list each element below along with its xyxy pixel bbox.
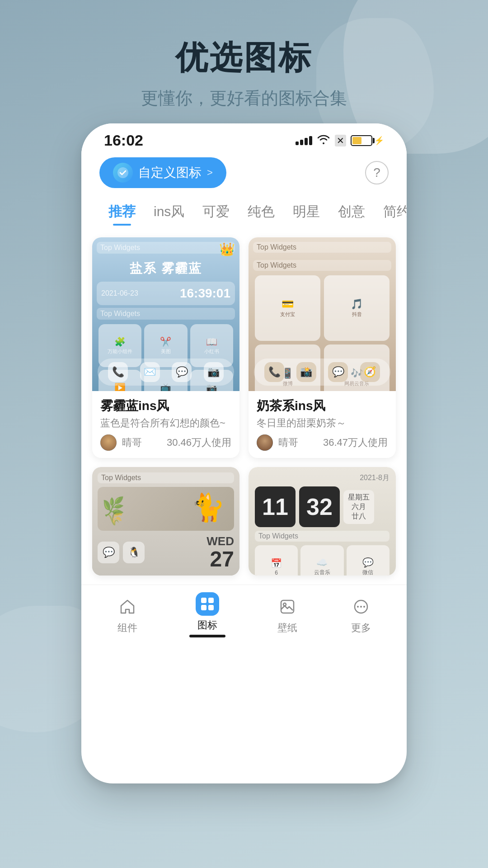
- nav-item-widgets[interactable]: 组件: [116, 595, 139, 635]
- signal-bars: [296, 136, 312, 145]
- theme1-date: 2021-06-23: [101, 289, 138, 297]
- dock-message: 💬: [172, 362, 192, 382]
- theme4-mini-grid: 📅 6 ☁️ 云音乐 💬 微信: [255, 545, 389, 576]
- theme3-bg: Top Widgets 🐈 🌿 🌾 💬 🐧 WED 27: [92, 467, 239, 576]
- custom-icon-button[interactable]: 自定义图标 >: [99, 157, 226, 188]
- custom-icon-bar: 自定义图标 > ?: [81, 154, 407, 188]
- theme4-content: 2021-8月 11 32 星期五 六月 廿八 Top Widgets 📅: [249, 467, 396, 576]
- page-title: 优选图标: [0, 36, 488, 80]
- lunar-label: 六月: [352, 502, 366, 512]
- svg-rect-2: [208, 598, 214, 603]
- svg-point-0: [117, 167, 128, 178]
- nav-item-wallpaper[interactable]: 壁纸: [276, 595, 299, 635]
- svg-point-9: [360, 606, 362, 608]
- theme2-app-alipay: 💳 支付宝: [255, 275, 320, 341]
- widget-label-1: Top Widgets: [100, 244, 140, 252]
- nav-label-more: 更多: [351, 621, 371, 635]
- theme-preview-1: 👑 Top Widgets 盐系 雾霾蓝 2021-06-23 16:39:01…: [92, 237, 239, 391]
- tab-ins[interactable]: ins风: [145, 199, 193, 225]
- digital-day-info: 星期五 六月 廿八: [343, 490, 374, 524]
- dock-phone: 📞: [108, 362, 128, 382]
- digital-hour: 11: [255, 486, 296, 527]
- home-icon: [116, 595, 139, 618]
- battery-container: ⚡: [351, 135, 384, 146]
- phone-shell: 16:02 ✕: [81, 123, 407, 783]
- digital-min: 32: [299, 486, 340, 527]
- theme2-dock-phone: 📞: [264, 362, 284, 382]
- tab-cute[interactable]: 可爱: [193, 199, 239, 225]
- card-avatar-1: [100, 434, 117, 451]
- custom-icon-avatar: [113, 163, 133, 183]
- dock-mail: ✉️: [140, 362, 160, 382]
- theme3-icon-row: 💬 🐧 WED 27: [98, 534, 234, 570]
- status-bar: 16:02 ✕: [81, 123, 407, 154]
- theme3-app-wechat: 💬: [98, 542, 119, 563]
- category-tabs: 推荐 ins风 可爱 纯色 明星 创意 简约: [81, 188, 407, 228]
- svg-point-6: [283, 603, 286, 606]
- theme3-app-qq: 🐧: [123, 542, 145, 563]
- theme-preview-4: 2021-8月 11 32 星期五 六月 廿八 Top Widgets 📅: [249, 467, 396, 576]
- custom-icon-text: 自定义图标: [138, 164, 202, 181]
- more-icon: [349, 595, 373, 618]
- theme2-app-tiktok: 🎵 抖音: [324, 275, 389, 341]
- widget-label-theme2: Top Widgets: [257, 243, 296, 251]
- theme4-app-wechat: 💬 微信: [347, 545, 389, 576]
- theme4-app-calendar: 📅 6: [255, 545, 298, 576]
- nav-label-icons: 图标: [197, 618, 217, 632]
- theme1-clock: 16:39:01: [180, 286, 230, 301]
- theme-card-4[interactable]: 2021-8月 11 32 星期五 六月 廿八 Top Widgets 📅: [249, 467, 396, 576]
- svg-rect-5: [281, 600, 294, 613]
- card-author-1: 晴哥: [122, 436, 142, 449]
- card-info-2: 奶茶系ins风 冬日里的甜栗奶茶～ 晴哥 36.47万人使用: [249, 391, 396, 458]
- nav-item-more[interactable]: 更多: [349, 595, 373, 635]
- wifi-icon: [317, 133, 330, 147]
- bottom-nav: 组件 图标 壁纸: [81, 585, 407, 651]
- theme-card-2[interactable]: Top Widgets 🖼️ 📚 Top Widgets: [249, 237, 396, 458]
- tab-plain[interactable]: 纯色: [239, 199, 284, 225]
- status-time: 16:02: [104, 132, 143, 149]
- nav-item-icons[interactable]: 图标: [189, 592, 225, 637]
- battery-bolt-icon: ⚡: [374, 136, 384, 146]
- card-users-2: 36.47万人使用: [323, 436, 388, 449]
- dock-camera: 📷: [204, 362, 224, 382]
- help-button[interactable]: ?: [365, 161, 389, 184]
- tab-creative[interactable]: 创意: [329, 199, 374, 225]
- theme-preview-2: Top Widgets 🖼️ 📚 Top Widgets: [249, 237, 396, 391]
- theme4-app-weather: ☁️ 云音乐: [300, 545, 343, 576]
- tab-recommend[interactable]: 推荐: [99, 199, 145, 225]
- x-signal-icon: ✕: [335, 135, 346, 146]
- theme-card-1[interactable]: 👑 Top Widgets 盐系 雾霾蓝 2021-06-23 16:39:01…: [92, 237, 239, 458]
- svg-rect-4: [208, 605, 214, 610]
- tab-star[interactable]: 明星: [284, 199, 329, 225]
- card-title-2: 奶茶系ins风: [257, 397, 388, 415]
- widget-bar-theme2-2: Top Widgets: [253, 260, 391, 271]
- svg-point-8: [357, 606, 359, 608]
- theme4-widget-label: Top Widgets: [255, 531, 389, 542]
- wallpaper-icon: [276, 595, 299, 618]
- grid-icon: [196, 592, 219, 616]
- theme2-dock-compass: 🧭: [360, 362, 380, 382]
- crown-icon: 👑: [219, 242, 235, 257]
- card-footer-2: 晴哥 36.47万人使用: [257, 434, 388, 451]
- theme3-cat-image: 🐈 🌿 🌾: [98, 487, 234, 531]
- theme3-weekday: WED: [206, 534, 234, 548]
- lunar-day: 廿八: [352, 512, 366, 521]
- page-header: 优选图标 更懂你，更好看的图标合集: [0, 0, 488, 123]
- card-footer-1: 晴哥 30.46万人使用: [100, 434, 231, 451]
- help-icon: ?: [373, 165, 380, 180]
- theme1-dock: 📞 ✉️ 💬 📷: [98, 359, 234, 386]
- theme-preview-3: Top Widgets 🐈 🌿 🌾 💬 🐧 WED 27: [92, 467, 239, 576]
- custom-icon-arrow: >: [207, 167, 213, 179]
- theme1-title: 盐系 雾霾蓝: [97, 256, 235, 279]
- card-users-1: 30.46万人使用: [167, 436, 231, 449]
- nav-indicator: [189, 635, 225, 637]
- tab-simple[interactable]: 简约: [374, 199, 407, 225]
- nav-label-widgets: 组件: [117, 621, 137, 635]
- theme-card-3[interactable]: Top Widgets 🐈 🌿 🌾 💬 🐧 WED 27: [92, 467, 239, 576]
- card-info-1: 雾霾蓝ins风 蓝色是符合所有幻想的颜色~ 晴哥 30.46万人使用: [92, 391, 239, 458]
- status-signal-area: ✕ ⚡: [296, 133, 384, 147]
- theme3-date: 27: [206, 548, 234, 570]
- day-label: 星期五: [348, 493, 370, 502]
- theme2-dock-instagram: 📸: [296, 362, 316, 382]
- digital-clock-row: 11 32 星期五 六月 廿八: [255, 486, 389, 527]
